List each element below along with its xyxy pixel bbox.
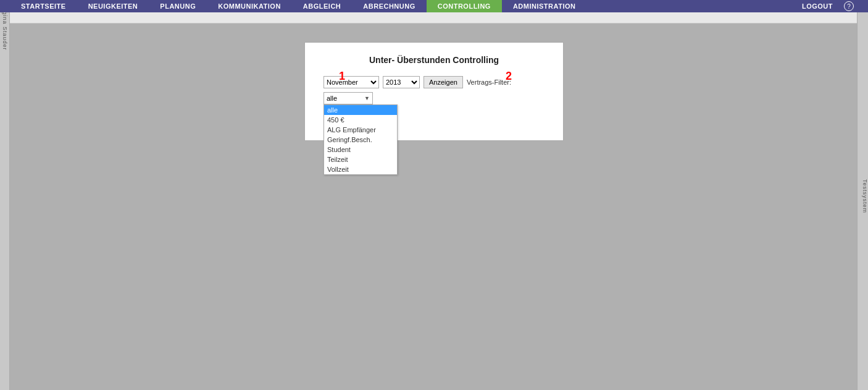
subnav [0, 12, 868, 23]
nav-kommunikation[interactable]: KOMMUNIKATION [207, 0, 292, 12]
nav-abrechnung[interactable]: ABRECHNUNG [352, 0, 426, 12]
nav-logout[interactable]: LOGOUT [791, 2, 844, 10]
help-icon[interactable]: ? [844, 1, 854, 11]
right-sidebar-text: Testsystem [862, 179, 868, 213]
panel-title: Unter- Überstunden Controlling [323, 55, 545, 65]
filter-label: Vertrags-Filter: [467, 76, 511, 88]
anzeigen-button[interactable]: Anzeigen [424, 76, 463, 88]
filter-option-0[interactable]: alle [324, 105, 397, 115]
filter-option-2[interactable]: ALG Empfänger [324, 125, 397, 135]
filter-dropdown[interactable]: alle ▼ alle450 €ALG EmpfängerGeringf.Bes… [323, 92, 373, 104]
dropdown-arrow-icon: ▼ [364, 95, 370, 101]
navbar: STARTSEITE NEUIGKEITEN PLANUNG KOMMUNIKA… [0, 0, 868, 12]
filter-display[interactable]: alle ▼ [323, 92, 373, 104]
filter-option-3[interactable]: Geringf.Besch. [324, 135, 397, 145]
filter-option-6[interactable]: Vollzeit [324, 164, 397, 174]
annotation-2: 2 [506, 70, 512, 83]
nav-administration[interactable]: ADMINISTRATION [502, 0, 587, 12]
filter-selected-text: alle [327, 95, 337, 102]
panel-controls: 1 JanuarFebruarMärzAprilMaiJuniJuliAugus… [323, 76, 545, 104]
year-select[interactable]: 2011201220132014 [383, 76, 420, 88]
controlling-panel: Unter- Überstunden Controlling 1 JanuarF… [304, 42, 564, 141]
nav-startseite[interactable]: STARTSEITE [10, 0, 77, 12]
right-sidebar: Testsystem [857, 0, 868, 390]
month-select[interactable]: JanuarFebruarMärzAprilMaiJuniJuliAugustS… [323, 76, 379, 88]
filter-option-1[interactable]: 450 € [324, 115, 397, 125]
filter-option-4[interactable]: Student [324, 145, 397, 155]
nav-abgleich[interactable]: ABGLEICH [292, 0, 352, 12]
nav-neuigkeiten[interactable]: NEUIGKEITEN [77, 0, 149, 12]
main-content: Unter- Überstunden Controlling 1 JanuarF… [0, 23, 868, 390]
nav-planung[interactable]: PLANUNG [149, 0, 207, 12]
filter-dropdown-list: alle450 €ALG EmpfängerGeringf.Besch.Stud… [323, 104, 398, 175]
filter-option-5[interactable]: Teilzeit [324, 155, 397, 164]
nav-controlling[interactable]: CONTROLLING [427, 0, 502, 12]
annotation-1: 1 [339, 70, 345, 83]
left-sidebar: Regina Stauder [0, 0, 10, 390]
